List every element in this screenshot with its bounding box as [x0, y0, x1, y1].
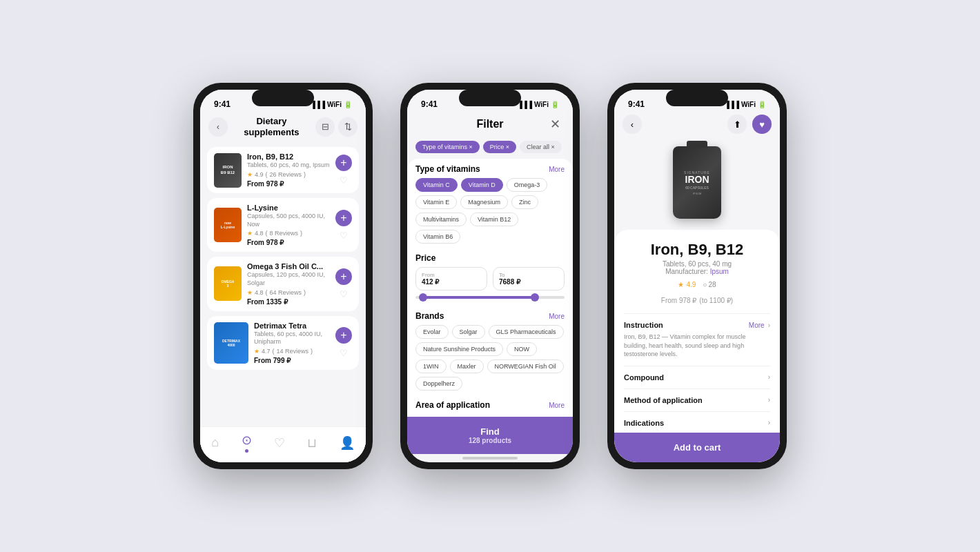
tag-nature-sunshine[interactable]: Nature Sunshine Products: [415, 342, 503, 356]
tag-norwegian[interactable]: NORWEGIAN Fish Oil: [487, 359, 564, 373]
tab-profile[interactable]: 👤: [340, 435, 355, 451]
chip-clear[interactable]: Clear all ×: [520, 141, 562, 153]
comment-icon: ○: [703, 281, 707, 288]
method-title: Method of application: [624, 396, 703, 404]
tag-vitamin-d[interactable]: Vitamin D: [461, 178, 503, 192]
product-actions-3: + ♡: [335, 268, 352, 299]
area-section-title: Area of application: [415, 400, 490, 410]
tag-doppelherz[interactable]: Doppelherz: [415, 377, 462, 391]
tag-gls[interactable]: GLS Pharmaceuticals: [489, 325, 564, 339]
tab-cart[interactable]: ⊔: [307, 435, 317, 451]
back-button-1[interactable]: ‹: [208, 117, 228, 137]
star-icon-3: ★: [247, 289, 253, 296]
price-from-label: From: [422, 272, 481, 278]
tag-vitamin-c[interactable]: Vitamin C: [415, 178, 458, 192]
chevron-indications: ›: [768, 419, 770, 426]
tag-omega3[interactable]: Omega-3: [507, 178, 548, 192]
product-name-2: L-Lysine: [247, 204, 330, 212]
vitamins-more-link[interactable]: More: [549, 166, 565, 173]
chevron-instruction: ›: [768, 322, 770, 329]
product-info-4: Detrimax Tetra Tablets, 60 pcs, 4000 IU,…: [254, 322, 330, 364]
accordion-compound-header[interactable]: Compound ›: [624, 373, 770, 382]
tab-search[interactable]: ⊙: [242, 433, 252, 453]
chevron-compound: ›: [768, 373, 770, 381]
product-desc-3: Capsules, 120 pcs, 4000 IU, Solgar: [247, 271, 330, 287]
sort-button-1[interactable]: ⇅: [338, 117, 357, 137]
tag-zinc[interactable]: Zinc: [511, 195, 538, 209]
product-actions-2: + ♡: [335, 210, 352, 241]
share-button[interactable]: ⬆: [727, 115, 747, 134]
reviews-3: (: [266, 289, 268, 296]
filter-button-1[interactable]: ⊟: [315, 117, 335, 137]
manufacturer-link[interactable]: Ipsum: [710, 268, 729, 275]
accordion-instruction-header[interactable]: Instruction More ›: [624, 321, 770, 329]
accordion-indications: Indications ›: [624, 411, 770, 433]
brands-more-link[interactable]: More: [549, 313, 565, 320]
nav-bar-1: ‹ Dietary supplements ⊟ ⇅: [200, 112, 366, 143]
product-card-4[interactable]: DETRIMAX4000 Detrimax Tetra Tablets, 60 …: [207, 316, 359, 370]
range-fill: [423, 296, 535, 299]
tag-vitamin-b6[interactable]: Vitamin B6: [415, 230, 460, 244]
tag-multivitamins[interactable]: Multivitamins: [415, 213, 467, 226]
tag-solgar[interactable]: Solgar: [452, 325, 485, 339]
chip-vitamins[interactable]: Type of vitamins ×: [415, 141, 480, 153]
add-button-4[interactable]: +: [335, 327, 352, 344]
status-time-1: 9:41: [214, 99, 231, 109]
find-button[interactable]: Find 128 products: [407, 417, 573, 454]
tag-1win[interactable]: 1WIN: [415, 359, 447, 373]
product-card-3[interactable]: OMEGA3 Omega 3 Fish Oil C... Capsules, 1…: [207, 257, 359, 310]
accordion-indications-header[interactable]: Indications ›: [624, 419, 770, 427]
range-thumb-left[interactable]: [419, 293, 427, 302]
tag-vitamin-e[interactable]: Vitamin E: [415, 195, 457, 209]
price-from-value[interactable]: 412 ₽: [422, 278, 481, 286]
price-to-value[interactable]: 7688 ₽: [499, 278, 558, 286]
product-rating-3: ★ 4.8 (64 Reviews): [247, 289, 330, 296]
tag-evolar[interactable]: Evolar: [415, 325, 449, 339]
product-hero: SIGNATURE IRON 60 CAPSULES IPSUM: [614, 139, 780, 230]
phone-2-screen: 9:41 ▐▐▐ WiFi 🔋 Filter ✕ Type of vitamin…: [407, 90, 573, 462]
tag-now[interactable]: NOW: [507, 342, 537, 356]
tag-magnesium[interactable]: Magnesium: [460, 195, 508, 209]
tab-favorites[interactable]: ♡: [274, 435, 285, 451]
favorite-detail-button[interactable]: ♥: [752, 115, 772, 134]
home-icon: ⌂: [211, 435, 219, 450]
phones-container: 9:41 ▐▐▐ WiFi 🔋 ‹ Dietary supplements ⊟ …: [193, 83, 787, 469]
add-to-cart-button[interactable]: Add to cart: [614, 433, 780, 462]
favorite-button-3[interactable]: ♡: [340, 289, 348, 299]
product-rating-2: ★ 4.8 (8 Reviews): [247, 230, 330, 237]
reviews-2: (: [266, 230, 268, 237]
close-button[interactable]: ✕: [547, 116, 563, 132]
product-image-1: IRONB9 B12: [214, 153, 242, 188]
price-range-slider[interactable]: [415, 296, 565, 299]
vitamins-tags: Vitamin C Vitamin D Omega-3 Vitamin E Ma…: [415, 178, 565, 244]
product-hero-image: SIGNATURE IRON 60 CAPSULES IPSUM: [673, 146, 721, 219]
chip-price[interactable]: Price ×: [483, 141, 516, 153]
instruction-more[interactable]: More: [749, 322, 765, 329]
add-button-3[interactable]: +: [335, 268, 352, 285]
favorite-button-2[interactable]: ♡: [340, 230, 348, 241]
area-more-link[interactable]: More: [549, 402, 565, 409]
add-button-1[interactable]: +: [335, 155, 352, 171]
status-icons-3: ▐▐▐ WiFi 🔋: [725, 101, 766, 108]
product-rating-1: ★ 4.9 (26 Reviews): [247, 171, 330, 178]
tag-vitamin-b12[interactable]: Vitamin B12: [470, 213, 518, 226]
product-info-3: Omega 3 Fish Oil C... Capsules, 120 pcs,…: [247, 262, 330, 305]
range-thumb-right[interactable]: [531, 293, 539, 302]
product-name-1: Iron, B9, B12: [247, 152, 330, 161]
favorite-button-1[interactable]: ♡: [340, 175, 348, 186]
product-card-2[interactable]: nowL-Lysine L-Lysine Capsules, 500 pcs, …: [207, 198, 359, 252]
product-info-1: Iron, B9, B12 Tablets, 60 pcs, 40 mg, Ip…: [247, 152, 330, 188]
product-card-1[interactable]: IRONB9 B12 Iron, B9, B12 Tablets, 60 pcs…: [207, 147, 359, 193]
phone-3-notch: [666, 90, 728, 106]
product-image-4: DETRIMAX4000: [214, 322, 248, 364]
compound-title: Compound: [624, 373, 664, 382]
tab-home[interactable]: ⌂: [211, 435, 219, 450]
accordion-method-header[interactable]: Method of application ›: [624, 396, 770, 404]
tag-maxler[interactable]: Maxler: [450, 359, 484, 373]
favorite-button-4[interactable]: ♡: [340, 348, 348, 358]
search-tab-icon: ⊙: [242, 433, 252, 448]
instruction-title: Instruction: [624, 321, 663, 329]
add-button-2[interactable]: +: [335, 210, 352, 226]
detail-body: Iron, B9, B12 Tablets, 60 pcs, 40 mg Man…: [614, 230, 780, 433]
back-button-3[interactable]: ‹: [623, 115, 642, 134]
